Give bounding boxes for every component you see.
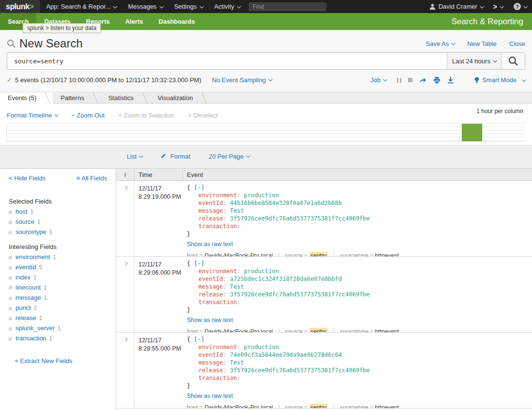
- meta-host-value[interactable]: Davids-MacBook-Pro.local: [204, 252, 273, 257]
- field-item-host[interactable]: ahost1: [9, 208, 107, 215]
- search-mode-menu[interactable]: Smart Mode: [474, 76, 525, 84]
- arrow-right-icon: >: [493, 3, 497, 11]
- show-raw-text-link[interactable]: Show as raw text: [187, 317, 233, 323]
- event-json: { [-] environment: production eventId: a…: [187, 260, 532, 314]
- per-page-menu[interactable]: 20 Per Page: [209, 153, 249, 160]
- event-meta: host = Davids-MacBook-Pro.local source =…: [187, 328, 532, 333]
- tab-visualization[interactable]: Visualization: [150, 92, 210, 103]
- save-as-menu[interactable]: Save As: [426, 40, 455, 47]
- chevron-down-icon: [452, 41, 456, 45]
- column-header-info: i: [116, 169, 135, 180]
- expand-chevron-icon[interactable]: [123, 186, 127, 190]
- all-fields-link[interactable]: ≡ All Fields: [76, 175, 107, 182]
- meta-sourcetype-value[interactable]: httpevent: [375, 252, 399, 257]
- logo-chevron: >: [30, 2, 34, 11]
- field-item-sourcetype[interactable]: asourcetype1: [9, 229, 107, 235]
- field-item-message[interactable]: amessage1: [9, 294, 107, 301]
- meta-host-value[interactable]: Davids-MacBook-Pro.local: [204, 328, 273, 333]
- search-button[interactable]: [501, 53, 525, 69]
- extract-new-fields-link[interactable]: + Extract New Fields: [15, 357, 73, 365]
- deselect-button[interactable]: × Deselect: [188, 112, 218, 119]
- app-title: Search & Reporting: [452, 13, 523, 30]
- timeline-section: Format Timeline − Zoom Out + Zoom to Sel…: [0, 104, 532, 146]
- json-collapse-toggle[interactable]: [-]: [194, 336, 204, 343]
- help-icon: ?: [514, 3, 521, 10]
- chevron-down-icon: [269, 77, 273, 81]
- chevron-down-icon: [523, 4, 527, 8]
- event-sampling-menu[interactable]: No Event Sampling: [212, 76, 272, 84]
- format-results-menu[interactable]: Format: [161, 153, 190, 160]
- success-check-icon: ✓: [7, 76, 12, 84]
- field-item-environment[interactable]: aenvironment1: [9, 254, 107, 261]
- selected-fields-title: Selected Fields: [9, 198, 107, 205]
- format-timeline-menu[interactable]: Format Timeline: [7, 112, 58, 119]
- user-icon: [429, 3, 436, 10]
- field-item-index[interactable]: aindex1: [9, 274, 107, 281]
- stop-icon[interactable]: [408, 78, 412, 82]
- hide-fields-link[interactable]: < Hide Fields: [9, 175, 46, 182]
- json-collapse-toggle[interactable]: [-]: [194, 184, 204, 191]
- expand-chevron-icon[interactable]: [123, 337, 127, 342]
- meta-sourcetype-value[interactable]: httpevent: [375, 328, 399, 333]
- json-collapse-toggle[interactable]: [-]: [194, 260, 204, 267]
- meta-host-value[interactable]: Davids-MacBook-Pro.local: [204, 404, 273, 409]
- zoom-out-button[interactable]: − Zoom Out: [71, 112, 105, 119]
- meta-source-value[interactable]: sentry: [309, 252, 328, 257]
- job-menu[interactable]: Job: [370, 76, 386, 84]
- field-item-splunk-server[interactable]: asplunk_server1: [9, 325, 107, 332]
- find-input[interactable]: [249, 2, 326, 11]
- list-view-menu[interactable]: List: [127, 153, 142, 160]
- pause-icon[interactable]: [397, 78, 401, 83]
- chevron-down-icon: [113, 4, 117, 8]
- activity-arrow-menu[interactable]: >: [488, 3, 508, 11]
- tab-statistics[interactable]: Statistics: [101, 92, 150, 103]
- field-item-release[interactable]: arelease1: [9, 315, 107, 322]
- show-raw-text-link[interactable]: Show as raw text: [187, 393, 233, 399]
- field-item-punct[interactable]: apunct2: [9, 305, 107, 311]
- tab-events[interactable]: Events (5): [0, 92, 53, 103]
- events-table: i Time Event 12/11/17 8:29:19.000 PM { […: [116, 168, 532, 410]
- timeline-chart[interactable]: [6, 123, 525, 142]
- field-item-linecount[interactable]: #linecount1: [9, 284, 107, 291]
- meta-source-value[interactable]: sentry: [309, 328, 328, 333]
- search-icon: [508, 56, 518, 66]
- show-raw-text-link[interactable]: Show as raw text: [187, 241, 233, 248]
- help-menu[interactable]: ?: [508, 3, 532, 10]
- nav-item-alerts[interactable]: Alerts: [118, 13, 151, 30]
- chevron-down-icon: [55, 113, 59, 117]
- timeline-event-bar[interactable]: [462, 124, 482, 141]
- meta-sourcetype-value[interactable]: httpevent: [375, 404, 399, 409]
- tab-patterns[interactable]: Patterns: [53, 92, 100, 103]
- settings-menu[interactable]: Settings: [168, 0, 209, 13]
- interesting-fields-title: Interesting Fields: [9, 243, 107, 250]
- close-link[interactable]: Close: [509, 40, 525, 47]
- messages-menu[interactable]: Messages: [122, 0, 168, 13]
- page-title: New Search: [7, 37, 83, 50]
- top-bar: splunk> App: Search & Repor... Messages …: [0, 0, 532, 13]
- chevron-down-icon: [199, 4, 203, 8]
- lightbulb-icon: [474, 77, 479, 84]
- field-item-eventid[interactable]: aeventId5: [9, 264, 107, 271]
- user-menu[interactable]: David Cramer: [425, 3, 488, 10]
- share-icon[interactable]: [419, 77, 426, 83]
- event-row: 12/11/17 8:29:19.000 PM { [-] environmen…: [116, 181, 532, 257]
- download-icon[interactable]: [447, 77, 454, 84]
- fields-sidebar: < Hide Fields ≡ All Fields Selected Fiel…: [0, 168, 116, 410]
- search-icon: [7, 39, 16, 48]
- event-meta: host = Davids-MacBook-Pro.local source =…: [187, 252, 532, 257]
- nav-item-dashboards[interactable]: Dashboards: [151, 13, 203, 30]
- search-query-input[interactable]: [7, 53, 447, 69]
- field-item-source[interactable]: asource1: [9, 219, 107, 225]
- activity-menu[interactable]: Activity: [209, 0, 246, 13]
- splunk-logo[interactable]: splunk>: [0, 0, 40, 13]
- new-table-link[interactable]: New Table: [467, 40, 496, 47]
- expand-chevron-icon[interactable]: [123, 262, 127, 266]
- app-menu[interactable]: App: Search & Repor...: [40, 0, 122, 13]
- meta-source-value[interactable]: sentry: [309, 404, 328, 409]
- print-icon[interactable]: [433, 77, 441, 84]
- field-item-transaction[interactable]: atransaction1: [9, 335, 107, 342]
- zoom-to-selection-button[interactable]: + Zoom to Selection: [118, 112, 174, 119]
- chevron-down-icon: [493, 59, 497, 62]
- time-range-picker[interactable]: Last 24 hours: [447, 53, 501, 69]
- splunk-window: splunk> App: Search & Repor... Messages …: [0, 0, 532, 410]
